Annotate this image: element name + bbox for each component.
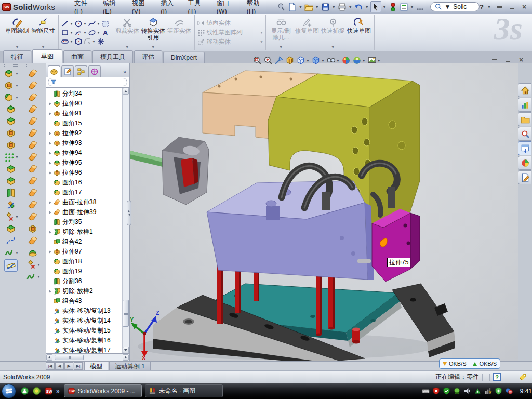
taskpane-view-palette[interactable] xyxy=(518,141,531,155)
scroll-left-button[interactable] xyxy=(46,354,52,361)
tree-item[interactable]: 圆角15 xyxy=(46,118,122,128)
tree-item[interactable]: 曲面-拉伸39 xyxy=(46,207,122,217)
sketch-arc-button[interactable]: ▼ xyxy=(74,29,87,37)
features-swept-boss-button[interactable] xyxy=(5,104,17,114)
features-linear-pattern-button[interactable]: ▼ xyxy=(3,152,19,162)
tray-sync-balls-icon[interactable] xyxy=(505,387,513,395)
quicklaunch-media-app-icon[interactable] xyxy=(32,387,41,395)
dropdown-icon[interactable]: ▼ xyxy=(279,45,283,49)
dropdown-icon[interactable]: ▼ xyxy=(306,59,310,62)
menu-file[interactable]: 文件(F) xyxy=(68,0,96,14)
surfaces-swept-surface-button[interactable] xyxy=(27,92,38,102)
cmd-repair-sketch-button[interactable]: 修复草图 xyxy=(294,16,320,50)
dropdown-icon[interactable]: ▼ xyxy=(377,59,381,62)
zoom-fit-button[interactable] xyxy=(252,56,262,65)
sketch-spline-button[interactable]: ▼ xyxy=(88,20,101,28)
cmd-linear-sketch-pattern-button[interactable]: 线性草图阵列▼ xyxy=(197,29,263,36)
sketch-polygon-button[interactable] xyxy=(74,37,83,46)
expand-arrow-icon[interactable] xyxy=(48,132,52,135)
traffic-light-button[interactable] xyxy=(388,1,398,12)
zoom-area-button[interactable] xyxy=(263,56,273,65)
viewport-3d[interactable]: Y Z X 拉伸75 xyxy=(130,63,518,361)
surfaces-revolved-surface-button[interactable] xyxy=(27,80,38,90)
tree-item[interactable]: 切除-放样1 xyxy=(46,227,122,237)
dropdown-icon[interactable]: ▼ xyxy=(260,40,263,44)
tree-item[interactable]: 组合43 xyxy=(46,296,122,306)
surfaces-knit-surface-button[interactable] xyxy=(27,176,38,186)
dropdown-icon[interactable]: ▼ xyxy=(83,31,87,34)
model-lavender-block[interactable] xyxy=(207,181,374,280)
open-button[interactable] xyxy=(304,1,314,12)
tab-dimxpert[interactable]: DimXpert xyxy=(163,52,205,63)
dropdown-icon[interactable]: ▼ xyxy=(37,263,41,267)
menu-edit[interactable]: 编辑(E) xyxy=(96,0,125,14)
dropdown-icon[interactable]: ▼ xyxy=(16,45,19,49)
tree-item[interactable]: 拉伸94 xyxy=(46,148,122,158)
help-button[interactable]: ? xyxy=(480,3,484,11)
features-measure-button[interactable] xyxy=(4,259,18,272)
tree-item[interactable]: 实体-移动/复制13 xyxy=(46,306,122,316)
tree-item[interactable]: 拉伸95 xyxy=(46,158,122,168)
scroll-right-button[interactable] xyxy=(123,354,129,361)
expand-arrow-icon[interactable] xyxy=(48,171,52,175)
tray-antivirus-green-icon[interactable] xyxy=(443,387,450,395)
dropdown-icon[interactable]: ▼ xyxy=(97,31,100,34)
tree-item[interactable]: 实体-移动/复制17 xyxy=(46,345,122,354)
zoom-selected-button[interactable] xyxy=(274,56,284,65)
surfaces-helix-spiral-button[interactable]: ▼ xyxy=(25,271,41,282)
surfaces-extend-surface-button[interactable] xyxy=(27,200,38,210)
panel-tab-configurationmanager[interactable] xyxy=(75,65,87,77)
taskpane-file-explorer[interactable] xyxy=(518,112,531,126)
dropdown-icon[interactable]: ▼ xyxy=(321,59,325,62)
features-hole-wizard-button[interactable] xyxy=(5,140,17,150)
menu-view[interactable]: 视图(V) xyxy=(125,0,154,14)
expand-arrow-icon[interactable] xyxy=(48,142,52,145)
doc-restore-button[interactable] xyxy=(503,56,512,63)
tree-item[interactable]: 实体-移动/复制15 xyxy=(46,326,122,336)
tree-item[interactable]: 拉伸91 xyxy=(46,109,122,118)
save-button[interactable] xyxy=(321,1,330,12)
tab-nav-prev-button[interactable]: ◀ xyxy=(55,362,64,370)
features-lofted-boss-button[interactable] xyxy=(5,116,17,126)
tree-item[interactable]: 拉伸92 xyxy=(46,128,122,138)
surfaces-extruded-surface-button[interactable] xyxy=(27,68,38,78)
doc-close-button[interactable]: × xyxy=(516,56,526,63)
expand-arrow-icon[interactable] xyxy=(48,201,52,204)
dropdown-icon[interactable]: ▼ xyxy=(260,31,263,34)
toolbar-overflow-button[interactable] xyxy=(415,1,425,12)
dropdown-icon[interactable]: ▼ xyxy=(336,59,340,62)
dropdown-icon[interactable]: ▼ xyxy=(15,215,19,219)
features-move-copy-body-button[interactable] xyxy=(5,200,17,210)
sketch-slot-button[interactable]: ▼ xyxy=(61,37,74,46)
tree-filter-input[interactable] xyxy=(48,78,127,86)
surfaces-boundary-surface-button[interactable] xyxy=(27,116,38,126)
surfaces-offset-surface-button[interactable] xyxy=(27,152,38,162)
apply-scene-button[interactable]: ▼ xyxy=(352,56,366,65)
cmd-quick-snap-button[interactable]: 快速捕捉▼ xyxy=(320,16,346,50)
sketch-circle-button[interactable]: ▼ xyxy=(74,20,87,28)
dropdown-icon[interactable]: ▼ xyxy=(15,155,19,159)
help-dropdown-icon[interactable]: ▼ xyxy=(487,5,491,9)
print-button[interactable] xyxy=(337,1,347,12)
dropdown-icon[interactable]: ▼ xyxy=(15,96,19,99)
dropdown-icon[interactable]: ▼ xyxy=(42,45,45,49)
sketch-point-button[interactable] xyxy=(97,37,105,46)
panel-tab-propertymanager[interactable] xyxy=(61,65,74,77)
surfaces-filled-surface-button[interactable] xyxy=(27,128,38,138)
dropdown-icon[interactable]: ▼ xyxy=(97,22,100,25)
quicklaunch-solidworks-cube-icon[interactable]: SW xyxy=(44,387,53,395)
expand-arrow-icon[interactable] xyxy=(48,250,52,254)
tray-antivirus-red-icon[interactable] xyxy=(432,387,440,395)
taskpane-custom-properties[interactable] xyxy=(518,170,531,184)
surfaces-delete-face-button[interactable]: ▼ xyxy=(25,259,41,270)
undo-button[interactable] xyxy=(354,1,364,12)
section-view-button[interactable] xyxy=(285,56,295,65)
model-gray-clamp[interactable] xyxy=(162,137,209,205)
minimize-button[interactable] xyxy=(495,3,504,11)
view-orientation-button[interactable]: ▼ xyxy=(296,56,310,65)
menu-window[interactable]: 窗口(W) xyxy=(210,0,240,14)
sketch-text-button[interactable]: A xyxy=(101,29,110,37)
expand-arrow-icon[interactable] xyxy=(48,162,52,165)
undo-dropdown-icon[interactable]: ▼ xyxy=(365,5,369,9)
features-shell-button[interactable] xyxy=(5,128,17,138)
